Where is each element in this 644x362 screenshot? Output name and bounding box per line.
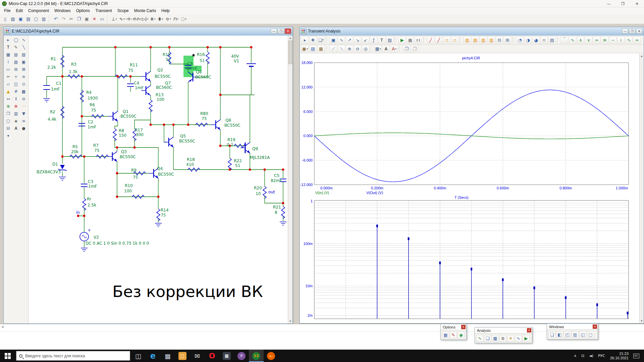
capacitor-component-icon[interactable]: ⊣⊢▾ [126, 15, 133, 22]
data-points-icon[interactable]: ▫ [443, 37, 450, 44]
schematic-vscrollbar[interactable]: ▲ ▼ [288, 36, 292, 323]
maximize-button[interactable]: ❐ [616, 0, 630, 7]
source-component-icon[interactable]: ≎▾ [165, 15, 172, 22]
notebook-icon[interactable]: ▤ [548, 37, 556, 44]
cascade-icon[interactable]: ❏ [548, 331, 555, 338]
run-icon[interactable]: ▶ [398, 37, 406, 44]
open-icon[interactable]: ▨ [9, 15, 16, 22]
go-icon[interactable]: ▶ [523, 335, 530, 342]
cursor-value-icon[interactable]: ◔ [516, 37, 524, 44]
stop-icon[interactable]: ■ [407, 37, 414, 44]
close-pane-icon[interactable]: ✕ [1, 325, 4, 329]
flip-x-icon[interactable]: ↔ [5, 96, 12, 102]
search-input[interactable]: Введите здесь текст для поиска [16, 351, 130, 361]
sine-source-icon[interactable]: ◌▾ [180, 15, 187, 22]
analysis-vscrollbar[interactable]: ▲ ▼ [639, 54, 644, 323]
schematic-canvas[interactable]: + R12.2kR31.3kC11mFR24.4kR41930R675C21mF… [29, 36, 288, 323]
edit-options-icon[interactable]: ✎ [450, 331, 457, 338]
plot-window-icon[interactable]: ❏ [484, 335, 491, 342]
scale-y-icon[interactable]: ⟍ [338, 45, 345, 52]
flip-y-icon[interactable]: ↕ [12, 96, 19, 102]
menu-windows[interactable]: Windows [52, 8, 73, 14]
language-indicator[interactable]: РУС [596, 354, 607, 358]
cut-tool-icon[interactable]: ✂ [5, 73, 12, 80]
network-icon[interactable]: ⊡ [579, 354, 587, 358]
wave-option-7-icon[interactable]: ⌣ [609, 37, 616, 44]
menu-file[interactable]: File [1, 8, 13, 14]
slope-tag-icon[interactable]: ↗ [346, 37, 353, 44]
analysis-window-titlebar[interactable]: Transient Analysis — ❐ ✕ [300, 27, 644, 36]
wave-option-8-icon[interactable]: ≀ [617, 37, 625, 44]
firefox-icon[interactable]: ᓚ [264, 350, 278, 362]
close-button[interactable]: ✕ [636, 28, 642, 34]
minimize-button[interactable]: — [622, 28, 628, 34]
slope-down-icon[interactable]: ╱ [435, 37, 442, 44]
split-screen-icon[interactable]: ◫ [12, 81, 19, 87]
pnp-component-icon[interactable]: ⋕▾ [157, 15, 164, 22]
selection-handle[interactable] [193, 54, 195, 56]
options-panel-titlebar[interactable]: Options ✕ [441, 324, 466, 330]
go-to-icon[interactable]: ≡ [540, 37, 548, 44]
restore-button[interactable]: ❐ [629, 28, 635, 34]
scroll-up-icon[interactable]: ▲ [288, 36, 292, 40]
select-tool-icon[interactable]: ▸ [5, 37, 12, 43]
save-icon[interactable]: ▣ [17, 15, 24, 22]
paste-icon[interactable]: ▣ [83, 15, 90, 22]
wave-option-3-icon[interactable]: ∧ [577, 37, 584, 44]
zoom-fit-icon[interactable]: ◎ [362, 45, 369, 52]
copy-icon[interactable]: ❐ [75, 15, 83, 22]
next-plot-icon[interactable]: ❐ [403, 45, 410, 52]
photos-icon[interactable]: ▦ [160, 350, 175, 362]
tokens-icon[interactable]: ▫ [451, 37, 459, 44]
close-button[interactable]: ✕ [630, 0, 644, 7]
format-icon[interactable]: ▤ [309, 45, 317, 52]
cross-cursor-icon[interactable]: + [12, 73, 19, 80]
inductor-component-icon[interactable]: ∩∩▾ [134, 15, 141, 22]
probe-icon[interactable]: ✳ [507, 335, 514, 342]
text-tool-icon[interactable]: T [5, 44, 12, 51]
tile-horizontal-icon[interactable]: ◰ [564, 331, 571, 338]
scroll-down-icon[interactable]: ▼ [640, 318, 644, 323]
properties-icon[interactable]: ▨ [386, 37, 393, 44]
transient-plots[interactable]: pichy4.CIR18.00012.0006.0000.000-6.000-1… [300, 54, 639, 323]
wave-option-10-icon[interactable]: ≈ [633, 37, 641, 44]
schematic-window-titlebar[interactable]: E:\MC12\DATA\pichy4.CIR — ❐ ✕ [4, 27, 292, 36]
clock[interactable]: 21:23 26.10.2021 [607, 352, 631, 360]
list-icon[interactable]: ≡ [20, 118, 27, 124]
edge-icon[interactable]: e [146, 350, 160, 362]
zoom-out-tool-icon[interactable]: ⊖ [20, 96, 27, 102]
split-icon[interactable]: ▥ [572, 331, 579, 338]
select-mode-icon[interactable]: ▸ [301, 37, 309, 44]
scale-mode-icon[interactable]: ▣ [330, 37, 337, 44]
micro-cap-icon[interactable]: 12 [249, 350, 264, 362]
step-down-icon[interactable]: ▼ [20, 110, 27, 117]
notification-center-icon[interactable] [633, 354, 639, 358]
menu-edit[interactable]: Edit [13, 8, 25, 14]
minus-axis-icon[interactable]: ⊟ [496, 37, 503, 44]
viber-icon[interactable]: ✆ [234, 350, 249, 362]
diamond-shape-icon[interactable]: ◆ [12, 118, 19, 124]
ruler-both-icon[interactable]: ▥ [488, 37, 495, 44]
cut-icon[interactable]: ✂ [68, 15, 75, 22]
scroll-down-icon[interactable]: ▼ [288, 319, 292, 323]
help-tool-icon[interactable]: ▨ [12, 59, 19, 65]
tile-vertical-icon[interactable]: ◧ [556, 331, 563, 338]
save-as-icon[interactable]: ▤ [25, 15, 32, 22]
slope-up-icon[interactable]: ╱ [427, 37, 434, 44]
plus-axis-icon[interactable]: ⊞ [504, 37, 511, 44]
wave-option-5-icon[interactable]: ≈ [593, 37, 600, 44]
node-numbers-icon[interactable]: ⊠ [20, 66, 27, 73]
opera-icon[interactable]: O [205, 350, 219, 362]
font-icon[interactable]: A [12, 125, 19, 132]
start-button[interactable] [0, 350, 15, 362]
scroll-thumb[interactable] [288, 41, 292, 64]
vertical-tag-icon[interactable]: ↘ [354, 37, 361, 44]
polygon-tool-icon[interactable]: ▱ [5, 81, 12, 87]
dot-shape-icon[interactable]: ● [20, 125, 27, 132]
diode-component-icon[interactable]: ▷|▾ [142, 15, 149, 22]
store-icon[interactable]: ▢ [175, 350, 190, 362]
close-icon[interactable]: ✕ [527, 328, 531, 333]
scale-x-icon[interactable]: ⟋ [330, 45, 337, 52]
cursor-valley-icon[interactable]: ◕ [532, 37, 540, 44]
collapse-icon[interactable]: ⊟ [5, 125, 12, 132]
